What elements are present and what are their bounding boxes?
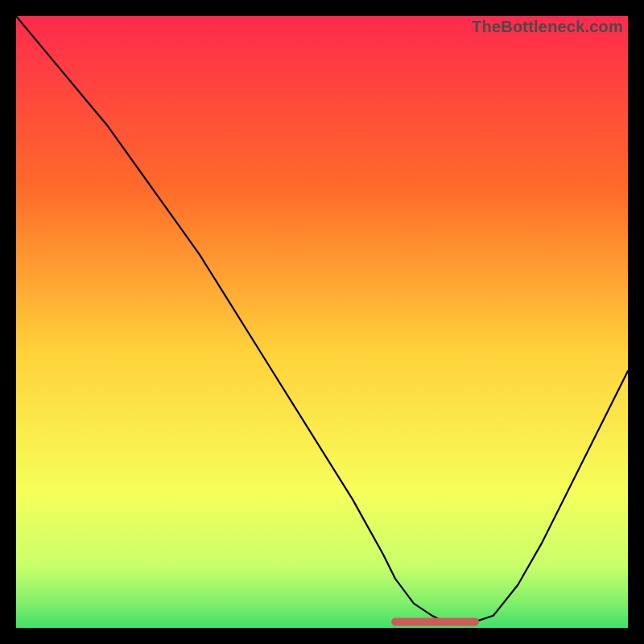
- watermark-text: TheBottleneck.com: [472, 18, 623, 36]
- chart-frame: TheBottleneck.com: [16, 16, 628, 628]
- bottleneck-chart: [16, 16, 628, 628]
- gradient-background: [16, 16, 628, 628]
